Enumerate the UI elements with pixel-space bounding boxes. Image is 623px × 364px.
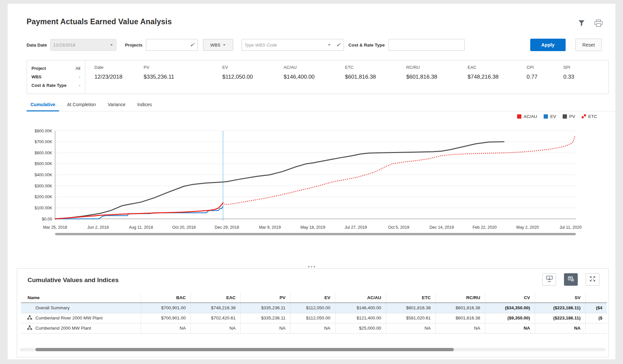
values-table-wrap: NameBACEACPVEVAC/AUETCRC/RUCVSV Overall …: [21, 293, 609, 334]
tab-cumulative[interactable]: Cumulative: [27, 99, 59, 111]
cell-value: ($223,186.11): [535, 313, 585, 323]
table-settings-button[interactable]: [564, 273, 578, 286]
download-button[interactable]: [542, 273, 556, 286]
dotted-swatch-icon: [582, 114, 586, 119]
table-row[interactable]: Overall Summary$700,901.00$748,216.38$33…: [21, 303, 607, 313]
cost-rate-type-input[interactable]: [389, 39, 465, 51]
column-header-sv[interactable]: SV: [535, 293, 585, 303]
table-header-row: NameBACEACPVEVAC/AUETCRC/RUCVSV: [21, 293, 607, 303]
scope-label-wbs: WBS: [31, 73, 41, 81]
column-header-name[interactable]: Name: [21, 293, 141, 303]
wbs-dropdown[interactable]: WBS: [203, 39, 233, 51]
cell-value: NA: [386, 323, 435, 333]
summary-metric-ac-au: AC/AU$146,400.00: [284, 65, 345, 94]
cell-value: NA: [485, 323, 535, 333]
svg-text:Jul 11, 2020: Jul 11, 2020: [559, 225, 581, 230]
svg-text:May 2, 2020: May 2, 2020: [516, 225, 539, 230]
table-row[interactable]: Cumberland 2000 MW PlantNANANANA$25,000.…: [21, 323, 607, 333]
reset-button[interactable]: Reset: [575, 39, 602, 51]
column-header-rc-ru[interactable]: RC/RU: [435, 293, 485, 303]
data-date-select[interactable]: 12/23/2018: [50, 39, 116, 51]
column-header-eac[interactable]: EAC: [191, 293, 240, 303]
column-header-ev[interactable]: EV: [290, 293, 335, 303]
legend-label: ETC: [588, 114, 597, 119]
cell-value: ($9,350.00): [485, 313, 535, 323]
column-header-cv[interactable]: CV: [485, 293, 535, 303]
cell-value: ($34,350.00): [485, 303, 535, 313]
wbs-code-input[interactable]: Type WBS Code: [242, 39, 344, 51]
wbs-dropdown-label: WBS: [210, 43, 220, 48]
metric-value: 0.77: [527, 74, 563, 80]
column-header-bac[interactable]: BAC: [141, 293, 191, 303]
column-header-etc[interactable]: ETC: [386, 293, 435, 303]
apply-button[interactable]: Apply: [530, 39, 566, 51]
legend-item-ev[interactable]: EV: [544, 114, 556, 119]
cell-value: $581,020.61: [386, 313, 435, 323]
table-gear-icon: [568, 276, 574, 283]
svg-text:Oct 20, 2018: Oct 20, 2018: [172, 225, 196, 230]
cell-value: $601,816.38: [435, 313, 485, 323]
svg-text:Dec 29, 2018: Dec 29, 2018: [215, 225, 239, 230]
scope-label-project: Project: [31, 64, 46, 73]
cell-value: $748,216.38: [191, 303, 240, 313]
cell-value: $112,050.00: [290, 303, 335, 313]
metric-label: ETC: [345, 65, 406, 70]
svg-text:Feb 22, 2020: Feb 22, 2020: [472, 225, 497, 230]
legend-item-ac-au[interactable]: AC/AU: [517, 114, 537, 119]
tab-variance[interactable]: Variance: [104, 99, 129, 111]
svg-text:$0.00: $0.00: [42, 217, 52, 221]
svg-text:$400.00K: $400.00K: [34, 173, 52, 177]
svg-text:$500.00K: $500.00K: [34, 162, 52, 166]
metric-value: 0.33: [563, 74, 593, 80]
cell-value: $25,000.00: [335, 323, 386, 333]
column-header-blank[interactable]: [585, 293, 607, 303]
summary-scope: ProjectAllWBS-Cost & Rate Type-: [27, 60, 85, 94]
legend-item-pv[interactable]: PV: [563, 114, 575, 119]
column-header-ac-au[interactable]: AC/AU: [335, 293, 386, 303]
pick-from-list-icon[interactable]: [190, 43, 195, 48]
cell-value: NA: [141, 323, 191, 333]
summary-metric-cpi: CPI0.77: [527, 65, 563, 94]
summary-metrics: Date12/23/2018PV$335,236.11EV$112,050.00…: [85, 60, 593, 94]
pick-from-list-icon[interactable]: [336, 43, 341, 48]
svg-text:Aug 11, 2018: Aug 11, 2018: [129, 225, 153, 230]
svg-text:$700.00K: $700.00K: [34, 140, 52, 144]
legend-item-etc[interactable]: ETC: [582, 114, 597, 119]
project-icon: [27, 315, 32, 321]
filter-bar: Data Date 12/23/2018 Projects WBS Type W…: [27, 38, 602, 51]
cell-value: NA: [290, 323, 335, 333]
scope-value-cost-rate-type: -: [79, 81, 80, 90]
horizontal-scrollbar-track[interactable]: [20, 348, 605, 351]
print-icon[interactable]: [594, 19, 603, 29]
summary-metric-ev: EV$112,050.00: [222, 65, 284, 94]
column-header-pv[interactable]: PV: [240, 293, 290, 303]
chart-scrollbar-thumb[interactable]: [55, 233, 576, 235]
cell-value: $121,400.00: [335, 313, 386, 323]
table-row[interactable]: Cumberland River 2000 MW Plant$700,901.0…: [21, 313, 607, 323]
tab-at-completion[interactable]: At Completion: [63, 99, 100, 111]
series-pv: [55, 142, 504, 219]
projects-input[interactable]: [146, 39, 198, 51]
summary-scope-row: ProjectAll: [31, 64, 80, 73]
svg-text:$800.00K: $800.00K: [34, 129, 52, 133]
tab-indices[interactable]: Indices: [133, 99, 156, 111]
filter-icon[interactable]: [578, 20, 585, 28]
series-ac-au: [55, 203, 223, 219]
download-icon: [546, 276, 553, 284]
expand-button[interactable]: [586, 273, 599, 286]
panel-splitter-handle[interactable]: [305, 265, 318, 269]
metric-value: 12/23/2018: [94, 74, 144, 80]
row-name: Cumberland River 2000 MW Plant: [21, 313, 141, 323]
metric-label: AC/AU: [284, 65, 345, 70]
horizontal-scrollbar-thumb[interactable]: [35, 348, 454, 351]
evm-chart: $0.00$100.00K$200.00K$300.00K$400.00K$50…: [30, 126, 610, 239]
cell-value: $601,816.38: [386, 303, 435, 313]
cell-value: NA: [191, 323, 240, 333]
svg-text:Jun 2, 2018: Jun 2, 2018: [87, 225, 109, 230]
cell-value: NA: [435, 323, 485, 333]
chart-legend: AC/AUEVPVETC: [517, 114, 597, 119]
summary-metric-pv: PV$335,236.11: [144, 65, 222, 94]
scope-label-cost-rate-type: Cost & Rate Type: [31, 81, 67, 90]
cell-value: [585, 323, 607, 333]
chevron-down-icon: [223, 44, 226, 46]
